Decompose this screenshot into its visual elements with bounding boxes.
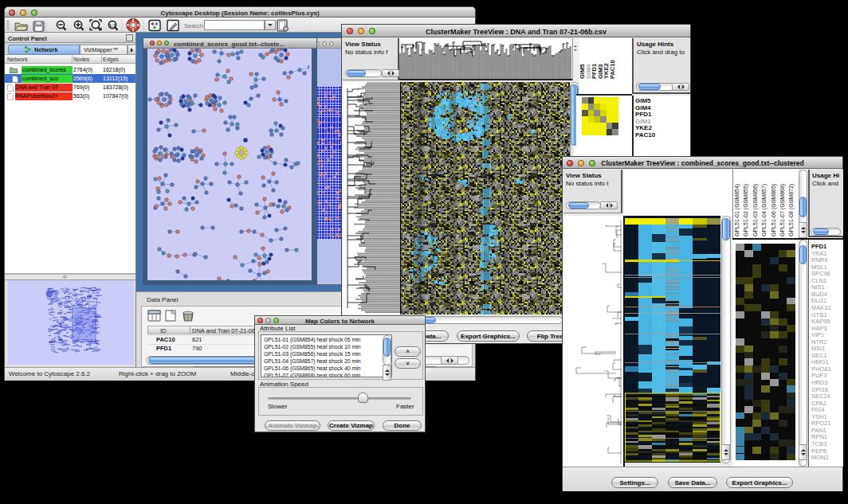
svg-text:1:1: 1:1 [109, 23, 116, 28]
svg-text:Search:: Search: [184, 22, 205, 29]
